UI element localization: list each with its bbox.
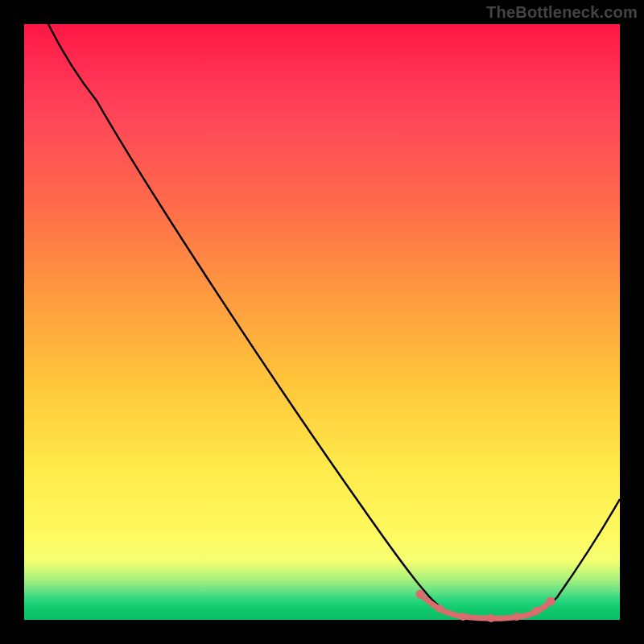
chart-container: TheBottleneck.com (0, 0, 644, 644)
valley-dot (513, 613, 521, 621)
watermark-text: TheBottleneck.com (486, 3, 638, 22)
plot-area (24, 24, 620, 620)
valley-dot (416, 590, 425, 599)
valley-dot (487, 614, 495, 622)
valley-dot (436, 605, 444, 613)
valley-dot (547, 597, 555, 606)
curve-svg (24, 24, 620, 620)
valley-dot (532, 607, 540, 615)
main-curve (48, 24, 620, 619)
valley-dot (459, 613, 467, 621)
